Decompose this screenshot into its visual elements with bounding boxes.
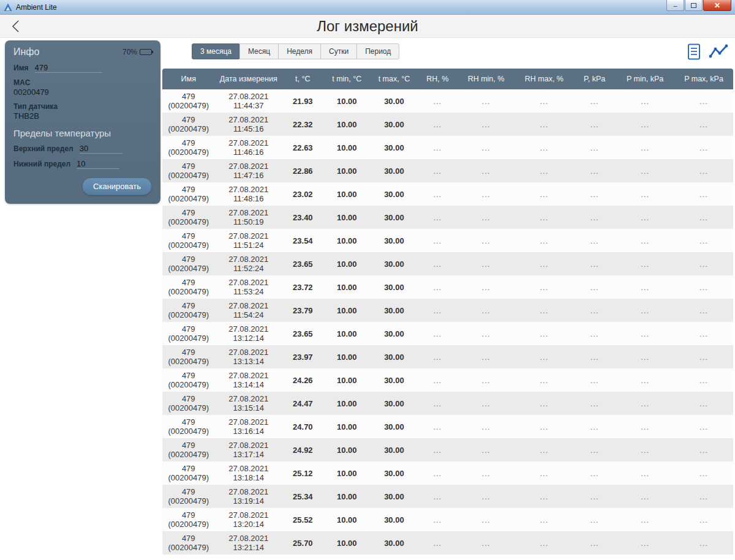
column-header: RH, %: [418, 69, 458, 89]
table-cell: ...: [514, 136, 573, 159]
table-row[interactable]: 479 (00200479)27.08.2021 11:51:2423.5410…: [162, 229, 733, 252]
table-cell: 23.54: [282, 229, 323, 252]
table-cell: ...: [573, 508, 616, 531]
table-cell: 30.00: [371, 206, 418, 229]
table-cell: 479 (00200479): [162, 438, 214, 461]
table-row[interactable]: 479 (00200479)27.08.2021 11:46:1622.6310…: [162, 136, 733, 159]
table-cell: ...: [514, 89, 573, 113]
table-cell: ...: [418, 322, 458, 345]
table-cell: ...: [418, 229, 458, 252]
table-row[interactable]: 479 (00200479)27.08.2021 13:17:1424.9210…: [162, 438, 733, 461]
table-row[interactable]: 479 (00200479)27.08.2021 13:21:1425.7010…: [162, 531, 733, 554]
back-button[interactable]: [6, 17, 24, 35]
tab-week[interactable]: Неделя: [278, 43, 321, 59]
table-cell: ...: [458, 508, 515, 531]
maximize-icon: [691, 3, 696, 8]
table-row[interactable]: 479 (00200479)27.08.2021 13:16:1424.7010…: [162, 415, 733, 438]
table-cell: ...: [514, 229, 573, 252]
table-cell: 479 (00200479): [162, 89, 214, 113]
table-cell: ...: [674, 485, 733, 508]
table-row[interactable]: 479 (00200479)27.08.2021 13:12:1423.6510…: [162, 322, 733, 345]
table-view-button[interactable]: [687, 43, 701, 60]
table-row[interactable]: 479 (00200479)27.08.2021 11:50:1923.4010…: [162, 206, 733, 229]
table-row[interactable]: 479 (00200479)27.08.2021 13:15:1424.4710…: [162, 392, 733, 415]
table-cell: 10.00: [323, 438, 371, 461]
table-cell: ...: [514, 438, 573, 461]
table-cell: 25.34: [282, 485, 323, 508]
table-row[interactable]: 479 (00200479)27.08.2021 11:54:2423.7910…: [162, 299, 733, 322]
table-row[interactable]: 479 (00200479)27.08.2021 11:53:2423.7210…: [162, 275, 733, 299]
lower-limit-input[interactable]: [77, 159, 119, 169]
table-row[interactable]: 479 (00200479)27.08.2021 11:44:3721.9310…: [162, 89, 733, 113]
table-cell: 10.00: [323, 89, 371, 113]
name-input[interactable]: [35, 63, 102, 73]
table-cell: ...: [573, 89, 616, 113]
table-cell: ...: [674, 299, 733, 322]
maximize-button[interactable]: [685, 0, 703, 11]
table-cell: 24.47: [282, 392, 323, 415]
column-header: Дата измерения: [214, 69, 282, 89]
table-cell: ...: [674, 508, 733, 531]
table-cell: 27.08.2021 11:46:16: [214, 136, 282, 159]
table-cell: 479 (00200479): [162, 368, 214, 392]
table-cell: 479 (00200479): [162, 392, 214, 415]
table-cell: ...: [573, 136, 616, 159]
table-cell: 479 (00200479): [162, 182, 214, 206]
table-row[interactable]: 479 (00200479)27.08.2021 13:19:1425.3410…: [162, 485, 733, 508]
table-cell: ...: [514, 159, 573, 182]
table-cell: 30.00: [371, 136, 418, 159]
table-row[interactable]: 479 (00200479)27.08.2021 13:18:1425.1210…: [162, 461, 733, 485]
main-content: 3 месяцаМесяцНеделяСуткиПериод: [162, 38, 735, 554]
table-cell: ...: [573, 229, 616, 252]
tab-day[interactable]: Сутки: [320, 43, 357, 59]
table-cell: ...: [573, 345, 616, 368]
table-cell: 24.70: [282, 415, 323, 438]
table-row[interactable]: 479 (00200479)27.08.2021 13:13:1423.9710…: [162, 345, 733, 368]
table-cell: 27.08.2021 13:14:14: [214, 368, 282, 392]
table-cell: ...: [418, 345, 458, 368]
table-cell: 23.02: [282, 182, 323, 206]
table-cell: ...: [616, 159, 674, 182]
table-cell: ...: [514, 252, 573, 275]
upper-limit-input[interactable]: [80, 144, 123, 154]
table-cell: ...: [616, 136, 674, 159]
table-cell: ...: [458, 368, 515, 392]
table-cell: 27.08.2021 13:13:14: [214, 345, 282, 368]
tab-month[interactable]: Месяц: [239, 43, 279, 59]
table-cell: 10.00: [323, 531, 371, 554]
table-cell: 479 (00200479): [162, 299, 214, 322]
table-cell: 27.08.2021 13:15:14: [214, 392, 282, 415]
table-cell: 479 (00200479): [162, 345, 214, 368]
table-row[interactable]: 479 (00200479)27.08.2021 11:48:1623.0210…: [162, 182, 733, 206]
table-row[interactable]: 479 (00200479)27.08.2021 13:20:1425.5210…: [162, 508, 733, 531]
table-cell: 30.00: [371, 415, 418, 438]
titlebar: Ambient Lite – ✕: [0, 0, 735, 15]
table-cell: ...: [458, 89, 515, 113]
page-header: Лог измерений: [0, 15, 735, 38]
scan-button[interactable]: Сканировать: [82, 177, 152, 195]
table-row[interactable]: 479 (00200479)27.08.2021 11:52:2423.6510…: [162, 252, 733, 275]
table-cell: 10.00: [323, 113, 371, 136]
info-panel-title: Инфо: [13, 47, 39, 58]
table-cell: ...: [418, 415, 458, 438]
minimize-button[interactable]: –: [666, 0, 684, 11]
tab-3-months[interactable]: 3 месяца: [192, 43, 240, 59]
table-cell: ...: [616, 531, 674, 554]
close-button[interactable]: ✕: [703, 0, 731, 11]
table-cell: ...: [418, 89, 458, 113]
table-cell: ...: [573, 113, 616, 136]
table-cell: ...: [616, 299, 674, 322]
table-cell: ...: [514, 485, 573, 508]
table-cell: 30.00: [371, 252, 418, 275]
table-cell: ...: [458, 252, 515, 275]
chart-view-button[interactable]: [709, 43, 728, 60]
table-cell: ...: [458, 392, 515, 415]
table-row[interactable]: 479 (00200479)27.08.2021 13:14:1424.2610…: [162, 368, 733, 392]
tab-period[interactable]: Период: [356, 43, 399, 59]
table-cell: 27.08.2021 11:45:16: [214, 113, 282, 136]
table-cell: 10.00: [323, 159, 371, 182]
table-cell: 479 (00200479): [162, 531, 214, 554]
table-row[interactable]: 479 (00200479)27.08.2021 11:45:1622.3210…: [162, 113, 733, 136]
table-cell: ...: [458, 345, 515, 368]
table-row[interactable]: 479 (00200479)27.08.2021 11:47:1622.8610…: [162, 159, 733, 182]
